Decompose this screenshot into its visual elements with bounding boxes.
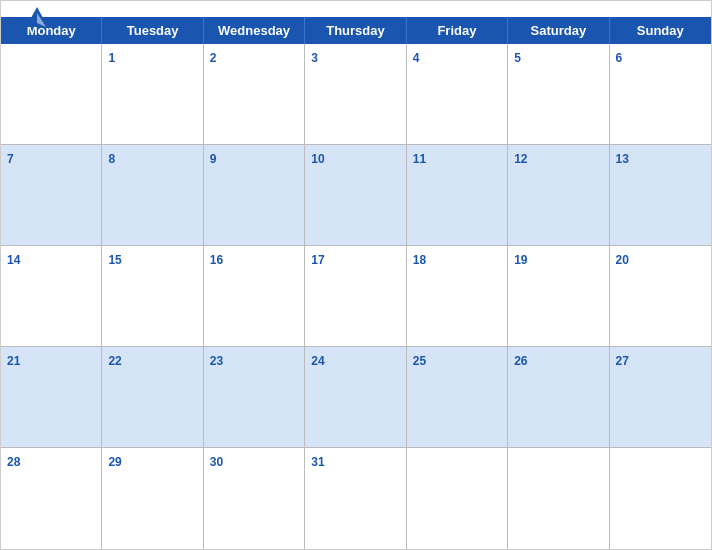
- day-number: 27: [616, 354, 629, 368]
- day-number: 23: [210, 354, 223, 368]
- day-cell-15: 15: [102, 246, 203, 347]
- calendar: MondayTuesdayWednesdayThursdayFridaySatu…: [0, 0, 712, 550]
- day-header-sunday: Sunday: [610, 17, 711, 44]
- day-cell-2: 2: [204, 44, 305, 145]
- day-number: 25: [413, 354, 426, 368]
- day-number: 3: [311, 51, 318, 65]
- calendar-body: 1234567891011121314151617181920212223242…: [1, 44, 711, 549]
- day-cell-10: 10: [305, 145, 406, 246]
- day-cell-28: 28: [1, 448, 102, 549]
- day-header-saturday: Saturday: [508, 17, 609, 44]
- day-number: 24: [311, 354, 324, 368]
- day-header-monday: Monday: [1, 17, 102, 44]
- day-number: 13: [616, 152, 629, 166]
- day-cell-6: 6: [610, 44, 711, 145]
- day-cell-27: 27: [610, 347, 711, 448]
- day-number: 6: [616, 51, 623, 65]
- logo-bird-icon: [26, 7, 48, 33]
- day-cell-1: 1: [102, 44, 203, 145]
- empty-cell: [610, 448, 711, 549]
- day-number: 14: [7, 253, 20, 267]
- day-cell-12: 12: [508, 145, 609, 246]
- week-row-2: 78910111213: [1, 145, 711, 246]
- day-header-tuesday: Tuesday: [102, 17, 203, 44]
- day-number: 21: [7, 354, 20, 368]
- day-cell-30: 30: [204, 448, 305, 549]
- day-number: 1: [108, 51, 115, 65]
- day-cell-29: 29: [102, 448, 203, 549]
- week-row-5: 28293031: [1, 448, 711, 549]
- day-number: 30: [210, 455, 223, 469]
- day-number: 4: [413, 51, 420, 65]
- day-cell-19: 19: [508, 246, 609, 347]
- day-number: 31: [311, 455, 324, 469]
- day-cell-17: 17: [305, 246, 406, 347]
- day-cell-4: 4: [407, 44, 508, 145]
- day-cell-25: 25: [407, 347, 508, 448]
- day-cell-14: 14: [1, 246, 102, 347]
- day-cell-22: 22: [102, 347, 203, 448]
- day-cell-5: 5: [508, 44, 609, 145]
- day-cell-11: 11: [407, 145, 508, 246]
- empty-cell: [1, 44, 102, 145]
- day-cell-16: 16: [204, 246, 305, 347]
- day-number: 20: [616, 253, 629, 267]
- day-number: 5: [514, 51, 521, 65]
- day-number: 19: [514, 253, 527, 267]
- day-header-wednesday: Wednesday: [204, 17, 305, 44]
- day-number: 26: [514, 354, 527, 368]
- day-headers-row: MondayTuesdayWednesdayThursdayFridaySatu…: [1, 17, 711, 44]
- day-number: 2: [210, 51, 217, 65]
- day-cell-3: 3: [305, 44, 406, 145]
- day-header-friday: Friday: [407, 17, 508, 44]
- empty-cell: [508, 448, 609, 549]
- day-cell-7: 7: [1, 145, 102, 246]
- day-cell-23: 23: [204, 347, 305, 448]
- day-number: 17: [311, 253, 324, 267]
- day-cell-20: 20: [610, 246, 711, 347]
- day-header-thursday: Thursday: [305, 17, 406, 44]
- day-cell-13: 13: [610, 145, 711, 246]
- day-number: 8: [108, 152, 115, 166]
- day-number: 29: [108, 455, 121, 469]
- day-cell-24: 24: [305, 347, 406, 448]
- day-number: 16: [210, 253, 223, 267]
- day-number: 9: [210, 152, 217, 166]
- day-cell-21: 21: [1, 347, 102, 448]
- day-number: 15: [108, 253, 121, 267]
- day-number: 7: [7, 152, 14, 166]
- day-number: 10: [311, 152, 324, 166]
- day-cell-9: 9: [204, 145, 305, 246]
- day-cell-26: 26: [508, 347, 609, 448]
- day-number: 12: [514, 152, 527, 166]
- calendar-header: [1, 1, 711, 17]
- week-row-3: 14151617181920: [1, 246, 711, 347]
- week-row-4: 21222324252627: [1, 347, 711, 448]
- logo: [21, 9, 48, 33]
- day-number: 28: [7, 455, 20, 469]
- day-number: 22: [108, 354, 121, 368]
- day-cell-18: 18: [407, 246, 508, 347]
- empty-cell: [407, 448, 508, 549]
- day-number: 18: [413, 253, 426, 267]
- day-cell-31: 31: [305, 448, 406, 549]
- day-cell-8: 8: [102, 145, 203, 246]
- week-row-1: 123456: [1, 44, 711, 145]
- day-number: 11: [413, 152, 426, 166]
